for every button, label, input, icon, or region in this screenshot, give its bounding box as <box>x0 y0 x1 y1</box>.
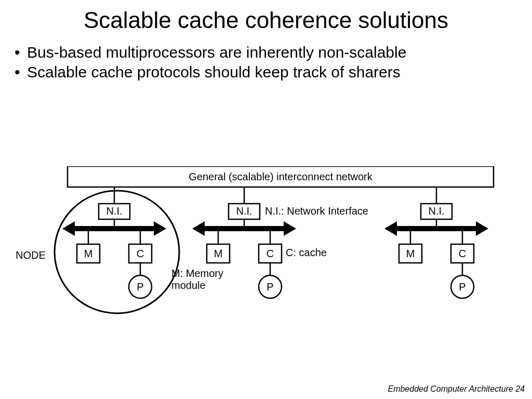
p-label-1: P <box>137 281 143 292</box>
bullet-item: • Bus-based multiprocessors are inherent… <box>15 43 532 62</box>
c-legend: C: cache <box>286 247 327 259</box>
m-legend: M: Memory module <box>171 268 223 291</box>
bullet-dot: • <box>15 62 27 82</box>
m-label-3: M <box>406 248 415 259</box>
ni-label-1: N.I. <box>106 205 122 217</box>
ni-label-3: N.I. <box>428 205 444 217</box>
architecture-diagram: General (scalable) interconnect network … <box>10 166 509 332</box>
m-label-2: M <box>214 248 223 259</box>
node-annotation: NODE <box>16 249 46 261</box>
bullet-item: • Scalable cache protocols should keep t… <box>15 62 532 82</box>
c-label-1: C <box>137 248 144 259</box>
bullet-text: Bus-based multiprocessors are inherently… <box>27 43 406 62</box>
c-label-2: C <box>267 248 274 259</box>
ni-label-2: N.I. <box>236 205 252 217</box>
node-3 <box>384 187 488 298</box>
m-label-1: M <box>84 248 93 259</box>
ni-legend: N.I.: Network Interface <box>265 205 368 217</box>
c-label-3: C <box>459 248 466 259</box>
bullet-text: Scalable cache protocols should keep tra… <box>27 62 401 82</box>
slide-footer: Embedded Computer Architecture 24 <box>388 384 525 394</box>
p-label-3: P <box>459 281 466 292</box>
slide-title: Scalable cache coherence solutions <box>0 0 532 33</box>
bullet-list: • Bus-based multiprocessors are inherent… <box>15 43 532 82</box>
p-label-2: P <box>267 281 273 292</box>
diagram-svg: General (scalable) interconnect network … <box>10 166 509 332</box>
bullet-dot: • <box>15 43 27 62</box>
interconnect-label: General (scalable) interconnect network <box>189 171 373 182</box>
